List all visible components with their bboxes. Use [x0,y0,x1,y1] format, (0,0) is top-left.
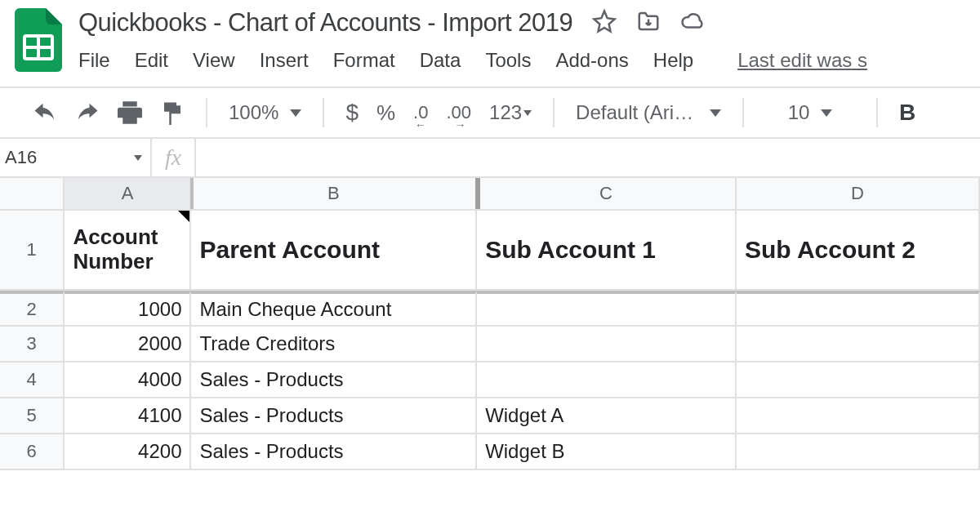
zoom-select[interactable]: 100% [229,101,301,124]
font-size-value: 10 [788,101,810,124]
formula-input[interactable] [196,139,980,176]
table-row: 6 4200 Sales - Products Widget B [0,434,980,470]
star-icon[interactable] [592,9,617,37]
toolbar: 100% $ % .0← .00→ 123 Default (Ari… 10 B [0,87,980,137]
print-icon[interactable] [118,100,142,125]
title-icons [592,9,705,37]
cell[interactable]: Sales - Products [191,398,477,434]
font-size-select[interactable]: 10 [765,101,855,124]
increase-decimal-button[interactable]: .00→ [446,102,471,123]
chevron-down-icon [821,109,832,117]
redo-icon[interactable] [75,100,100,125]
table-row: 3 2000 Trade Creditors [0,327,980,363]
menubar: File Edit View Insert Format Data Tools … [78,49,867,72]
name-box-value: A16 [5,147,37,168]
cell[interactable]: Main Cheque Account [191,291,477,327]
chevron-down-icon [523,110,532,116]
chevron-down-icon [134,155,142,161]
cell[interactable]: 4100 [65,398,191,434]
font-select[interactable]: Default (Ari… [576,101,721,124]
doc-title[interactable]: Quickbooks - Chart of Accounts - Import … [78,8,572,38]
cell[interactable] [737,327,980,363]
column-header-D[interactable]: D [737,178,980,211]
title-row: Quickbooks - Chart of Accounts - Import … [78,8,867,38]
undo-icon[interactable] [33,100,57,125]
chevron-down-icon [710,109,721,117]
cell[interactable] [737,363,980,398]
separator [206,98,207,127]
menu-tools[interactable]: Tools [485,49,531,72]
name-box[interactable]: A16 [0,139,152,176]
fx-label: fx [152,139,196,176]
cell-B1[interactable]: Parent Account [191,211,477,291]
header: Quickbooks - Chart of Accounts - Import … [0,0,980,72]
row-header[interactable]: 4 [0,363,65,398]
column-header-B[interactable]: B [191,178,477,211]
menu-addons[interactable]: Add-ons [555,49,628,72]
formula-bar: A16 fx [0,137,980,176]
cell-A1[interactable]: Account Number [65,211,191,291]
paint-format-icon[interactable] [160,100,185,125]
separator [876,98,878,127]
menu-data[interactable]: Data [420,49,461,72]
menu-edit[interactable]: Edit [135,49,168,72]
table-row: 4 4000 Sales - Products [0,363,980,398]
zoom-value: 100% [229,101,278,124]
move-icon[interactable] [636,9,661,37]
cell[interactable]: Widget B [477,434,737,470]
column-header-A[interactable]: A [65,178,191,211]
menu-insert[interactable]: Insert [260,49,309,72]
row-header-1[interactable]: 1 [0,211,65,291]
font-name: Default (Ari… [576,101,698,124]
select-all-corner[interactable] [0,178,65,211]
cell[interactable]: 4200 [65,434,191,470]
percent-button[interactable]: % [376,100,395,126]
cloud-icon[interactable] [680,9,705,37]
row-header[interactable]: 6 [0,434,65,470]
cell[interactable] [737,434,980,470]
table-row: 1 Account Number Parent Account Sub Acco… [0,211,980,291]
row-header[interactable]: 5 [0,398,65,434]
separator [323,98,324,127]
separator [742,98,744,127]
bold-button[interactable]: B [899,100,915,126]
row-header[interactable]: 2 [0,291,65,327]
cell-C1[interactable]: Sub Account 1 [477,211,737,291]
chevron-down-icon [290,109,301,117]
column-header-C[interactable]: C [477,178,737,211]
column-headers: A B C D [0,178,980,211]
cell[interactable]: 4000 [65,363,191,398]
table-row: 2 1000 Main Cheque Account [0,291,980,327]
number-format-button[interactable]: 123 [489,101,532,124]
cell[interactable] [477,363,737,398]
cell[interactable]: Widget A [477,398,737,434]
cell[interactable]: 1000 [65,291,191,327]
cell[interactable]: Sales - Products [191,434,477,470]
decrease-decimal-button[interactable]: .0← [413,102,428,123]
cell[interactable] [737,398,980,434]
last-edit-link[interactable]: Last edit was s [737,49,867,72]
separator [553,98,555,127]
note-indicator-icon [178,211,189,222]
cell[interactable] [737,291,980,327]
cell[interactable] [477,327,737,363]
menu-format[interactable]: Format [333,49,395,72]
menu-view[interactable]: View [193,49,235,72]
currency-button[interactable]: $ [345,100,359,126]
spreadsheet-grid: A B C D 1 Account Number Parent Account … [0,176,980,470]
cell[interactable] [477,291,737,327]
sheets-logo-icon[interactable] [15,8,62,72]
title-zone: Quickbooks - Chart of Accounts - Import … [78,8,867,72]
menu-help[interactable]: Help [653,49,693,72]
cell[interactable]: Trade Creditors [191,327,477,363]
row-header[interactable]: 3 [0,327,65,363]
cell[interactable]: Sales - Products [191,363,477,398]
menu-file[interactable]: File [78,49,110,72]
table-row: 5 4100 Sales - Products Widget A [0,398,980,434]
cell[interactable]: 2000 [65,327,191,363]
cell-D1[interactable]: Sub Account 2 [737,211,980,291]
